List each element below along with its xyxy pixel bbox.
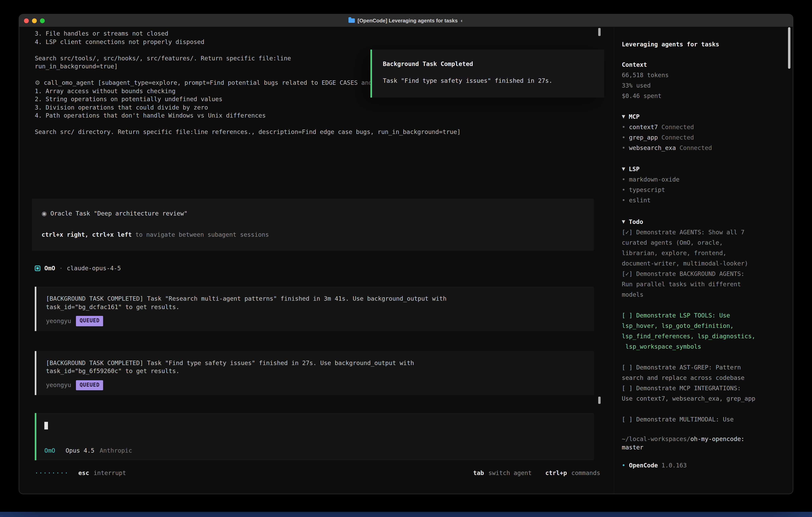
lsp-section-header[interactable]: ▼ LSP <box>622 164 762 174</box>
tab-key-hint: tab <box>473 469 484 477</box>
session-sidebar: Leveraging agents for tasks Context 66,5… <box>614 27 793 494</box>
window-title-text: [OpenCode] Leveraging agents for tasks <box>357 18 458 24</box>
prompt-input[interactable]: OmO Opus 4.5 Anthropic <box>35 413 594 460</box>
version-number: 1.0.163 <box>662 460 687 471</box>
todo-section: ▼ Todo [✓] Demonstrate AGENTS: Show all … <box>622 217 762 425</box>
mcp-item: • context7 Connected <box>622 122 762 132</box>
status-badge: QUEUED <box>76 380 103 390</box>
app-version-row: • OpenCode 1.0.163 <box>622 460 762 471</box>
todo-heading: Todo <box>629 217 643 227</box>
context-section: Context 66,518 tokens 33% used $0.46 spe… <box>622 60 762 101</box>
lsp-item: • eslint <box>622 195 762 206</box>
mcp-status: Connected <box>662 122 694 132</box>
git-branch: master <box>622 443 762 452</box>
bullet-icon: • <box>622 460 626 471</box>
todo-item: [ ] Demonstrate MCP INTEGRATIONS: Use co… <box>622 383 762 404</box>
todo-item: [ ] Demonstrate LSP TOOLS: Use lsp_hover… <box>622 310 762 352</box>
background-window-edge <box>0 512 812 517</box>
lsp-name: markdown-oxide <box>629 174 679 185</box>
chat-area: 3. File handles or streams not closed 4.… <box>19 27 614 494</box>
mcp-section: ▼ MCP • context7 Connected • grep_app Co… <box>622 112 762 153</box>
message-card: [BACKGROUND TASK COMPLETED] Task "Resear… <box>35 287 594 331</box>
lsp-section: ▼ LSP • markdown-oxide • typescript • es… <box>622 164 762 206</box>
message-text: [BACKGROUND TASK COMPLETED] Task "Resear… <box>46 295 584 311</box>
sidebar-scrollbar-thumb[interactable] <box>788 27 790 69</box>
status-right: tab switch agent ctrl+p commands <box>473 469 600 477</box>
chevron-down-icon: ▼ <box>622 164 625 174</box>
workspace-path-line: ~/local-workspaces/oh-my-opencode: <box>622 435 762 443</box>
repo-name: oh-my-opencode: <box>690 435 745 443</box>
session-title: Leveraging agents for tasks <box>622 39 762 50</box>
agent-header: OmO · claude-opus-4-5 <box>35 264 614 272</box>
mcp-name: grep_app <box>629 132 658 143</box>
titlebar: [OpenCode] Leveraging agents for tasks ◐ <box>19 15 793 27</box>
oracle-task-title-row: ◉Oracle Task "Deep architecture review" <box>41 209 584 218</box>
notification-body: Task "Find type safety issues" finished … <box>383 77 593 85</box>
separator-dot: · <box>59 264 63 272</box>
context-used: 33% used <box>622 80 762 91</box>
navigation-hint: ctrl+x right, ctrl+x left to navigate be… <box>41 231 584 239</box>
gear-icon: ⚙ <box>35 79 40 86</box>
mcp-name: websearch_exa <box>629 143 676 153</box>
hint-text: to navigate between subagent sessions <box>132 231 269 238</box>
bullet-icon: • <box>622 174 626 185</box>
screen: [OpenCode] Leveraging agents for tasks ◐… <box>0 0 812 517</box>
path-prefix: ~/local-workspaces/ <box>622 435 690 443</box>
status-badge: QUEUED <box>76 316 103 326</box>
message-meta: yeongyu QUEUED <box>46 380 584 390</box>
bullet-icon: • <box>622 185 626 195</box>
mcp-heading: MCP <box>629 112 640 122</box>
status-bar: ········ esc interrupt tab switch agent … <box>35 469 600 477</box>
message-meta: yeongyu QUEUED <box>46 316 584 326</box>
context-tokens: 66,518 tokens <box>622 70 762 80</box>
bullet-icon: • <box>622 195 626 206</box>
text-cursor <box>45 422 48 430</box>
lsp-name: eslint <box>629 195 650 206</box>
esc-key-hint: esc <box>78 469 89 477</box>
message-author: yeongyu <box>46 381 71 389</box>
todo-section-header[interactable]: ▼ Todo <box>622 217 762 227</box>
message-text: [BACKGROUND TASK COMPLETED] Task "Find t… <box>46 359 584 375</box>
mcp-section-header[interactable]: ▼ MCP <box>622 112 762 122</box>
chevron-down-icon: ▼ <box>622 112 625 122</box>
oracle-task-title: Oracle Task "Deep architecture review" <box>50 210 187 217</box>
window-body: 3. File handles or streams not closed 4.… <box>19 27 793 494</box>
message-card: [BACKGROUND TASK COMPLETED] Task "Find t… <box>35 351 594 395</box>
mcp-item: • grep_app Connected <box>622 132 762 143</box>
active-model: Opus 4.5 <box>65 446 94 455</box>
bullet-icon: • <box>622 143 626 153</box>
hint-keys: ctrl+x right, ctrl+x left <box>41 231 132 238</box>
timer-icon: ◐ <box>461 18 464 24</box>
esc-key-label: interrupt <box>93 469 126 477</box>
commands-key-label: commands <box>572 469 601 477</box>
notification-toast: Background Task Completed Task "Find typ… <box>371 50 604 98</box>
commands-key-hint: ctrl+p <box>545 469 567 477</box>
record-icon: ◉ <box>41 210 47 217</box>
lsp-item: • markdown-oxide <box>622 174 762 185</box>
model-provider: Anthropic <box>100 446 132 455</box>
notification-title: Background Task Completed <box>383 60 593 68</box>
todo-item: [ ] Demonstrate AST-GREP: Pattern search… <box>622 362 762 383</box>
todo-item: [✓] Demonstrate BACKGROUND AGENTS: Run p… <box>622 269 762 300</box>
lsp-heading: LSP <box>629 164 640 174</box>
context-heading: Context <box>622 60 762 70</box>
workspace-path: ~/local-workspaces/oh-my-opencode: maste… <box>622 435 762 452</box>
mcp-item: • websearch_exa Connected <box>622 143 762 153</box>
main-scrollbar-thumb[interactable] <box>598 397 601 404</box>
bullet-icon: • <box>622 122 626 132</box>
agent-name: OmO <box>45 264 55 272</box>
todo-item: [ ] Demonstrate MULTIMODAL: Use <box>622 414 762 425</box>
mcp-status: Connected <box>679 143 712 153</box>
lsp-item: • typescript <box>622 185 762 195</box>
folder-icon <box>348 19 355 23</box>
active-agent: OmO <box>45 446 55 455</box>
window-title: [OpenCode] Leveraging agents for tasks ◐ <box>19 18 793 24</box>
bullet-icon: • <box>622 132 626 143</box>
mcp-status: Connected <box>662 132 694 143</box>
main-scrollbar-thumb[interactable] <box>598 28 601 36</box>
busy-spinner: ········ <box>35 469 69 477</box>
todo-item: [✓] Demonstrate AGENTS: Show all 7 curat… <box>622 227 762 269</box>
mcp-name: context7 <box>629 122 658 132</box>
tab-key-label: switch agent <box>488 469 532 477</box>
oracle-task-panel[interactable]: ◉Oracle Task "Deep architecture review" … <box>32 198 594 250</box>
